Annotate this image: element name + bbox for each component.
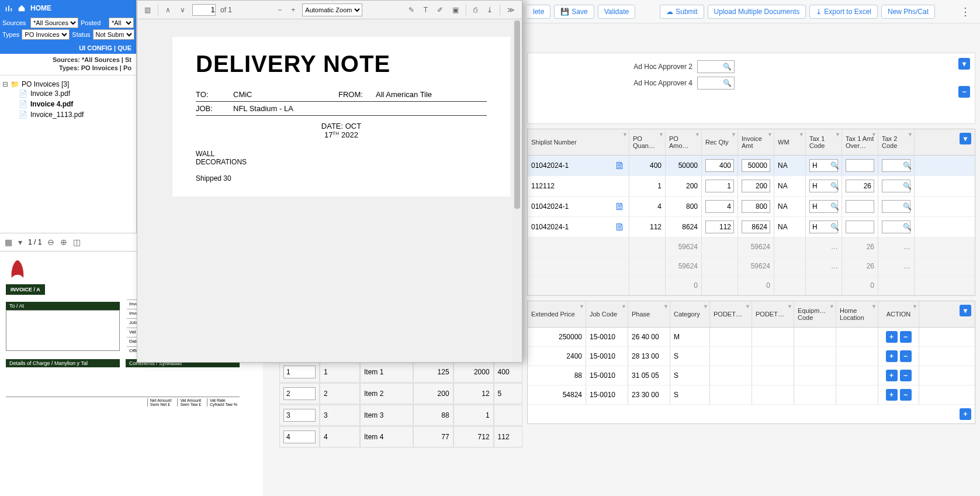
tree-toggle-icon[interactable]: ⊟ <box>2 80 8 88</box>
tree-folder[interactable]: ⊟ 📁 PO Invoices [3] <box>2 80 134 88</box>
submit-button[interactable]: ☁Submit <box>660 5 704 19</box>
add-row-icon[interactable]: + <box>886 370 898 381</box>
filter-icon[interactable]: ▼ <box>579 304 584 309</box>
recqty-input[interactable] <box>705 180 734 192</box>
add-row-icon[interactable]: + <box>886 331 898 343</box>
grid2-row[interactable]: 8815-001031 05 05S+− <box>528 366 975 385</box>
grid2-row-left[interactable]: 2Item 2200125 <box>279 383 522 405</box>
filter-icon[interactable]: ▼ <box>745 304 750 309</box>
grid2-row[interactable]: 5482415-001023 30 00S+− <box>528 385 975 405</box>
remove-panel-icon[interactable]: − <box>958 86 970 98</box>
filter-icon[interactable]: ▼ <box>731 132 736 137</box>
filter-icon[interactable]: ▼ <box>835 132 840 137</box>
image-icon[interactable]: ▣ <box>450 5 461 15</box>
filter-icon[interactable]: ▼ <box>695 132 700 137</box>
filter-icon[interactable]: ▼ <box>908 132 913 137</box>
delete-button[interactable]: lete <box>527 5 550 19</box>
sidebar-toggle-icon[interactable]: ▥ <box>142 5 153 15</box>
search-icon[interactable]: 🔍 <box>830 161 839 170</box>
zoom-in-icon[interactable]: ⊕ <box>60 237 67 247</box>
zoom-in-icon[interactable]: + <box>289 5 297 15</box>
print-icon[interactable]: ⎙ <box>471 5 480 15</box>
filter-icon[interactable]: ▼ <box>871 132 877 137</box>
search-icon[interactable]: 🔍 <box>830 223 839 231</box>
filter-icon[interactable]: ▼ <box>622 132 628 137</box>
recqty-input[interactable] <box>705 159 734 172</box>
line-index-input[interactable] <box>283 430 316 443</box>
page-up-icon[interactable]: ∧ <box>163 5 173 15</box>
grid2-row[interactable]: 240015-001028 13 00S+− <box>528 347 975 366</box>
recqty-input[interactable] <box>705 200 734 213</box>
tax1amt-input[interactable] <box>846 221 874 233</box>
tree-file[interactable]: 📄Invoice_1113.pdf <box>2 109 134 120</box>
panel-toggle-icon[interactable]: ◫ <box>73 237 81 247</box>
filter-icon[interactable]: ▼ <box>621 304 626 309</box>
recqty-input[interactable] <box>705 221 734 233</box>
zoom-out-icon[interactable]: ⊖ <box>47 237 54 247</box>
expand-panel-icon[interactable]: ▾ <box>958 58 970 70</box>
document-icon[interactable]: 🗎 <box>615 201 625 213</box>
text-icon[interactable]: T <box>421 5 430 15</box>
expand-grid-icon[interactable]: ▾ <box>960 133 971 144</box>
add-row-icon[interactable]: + <box>886 389 898 401</box>
invamt-input[interactable] <box>742 180 770 192</box>
tree-file[interactable]: 📄Invoice 3.pdf <box>2 88 134 99</box>
add-row-button[interactable]: + <box>960 408 971 420</box>
highlight-icon[interactable]: ✐ <box>435 5 445 15</box>
line-index-input[interactable] <box>283 387 316 400</box>
thumb-grid-icon[interactable]: ▦ <box>5 237 12 247</box>
filter-icon[interactable]: ▼ <box>659 132 664 137</box>
grid1-row[interactable]: 01042024-1🗎40050000NA🔍🔍 <box>528 156 975 176</box>
filter-icon[interactable]: ▼ <box>912 304 917 309</box>
add-row-icon[interactable]: + <box>886 350 898 362</box>
config-bar[interactable]: UI CONFIG | QUE <box>0 42 136 54</box>
sources-select[interactable]: *All Sources <box>30 18 78 28</box>
page-input[interactable] <box>192 4 216 16</box>
download-icon[interactable]: ⤓ <box>484 5 495 15</box>
upload-multiple-button[interactable]: Upload Multiple Documents <box>708 5 806 19</box>
grid1-row[interactable]: 1121121200NA🔍🔍 <box>528 176 975 197</box>
remove-row-icon[interactable]: − <box>900 389 912 401</box>
home-bar[interactable]: HOME <box>0 0 136 16</box>
more-tools-icon[interactable]: ≫ <box>505 5 517 15</box>
filter-icon[interactable]: ▼ <box>663 304 669 309</box>
export-excel-button[interactable]: ⤓Export to Excel <box>809 5 878 19</box>
tree-file[interactable]: 📄Invoice 4.pdf <box>2 99 134 109</box>
filter-icon[interactable]: ▼ <box>871 304 877 309</box>
line-index-input[interactable] <box>283 409 316 422</box>
expand-grid-icon[interactable]: ▾ <box>960 305 971 316</box>
zoom-out-icon[interactable]: − <box>275 5 284 15</box>
line-index-input[interactable] <box>283 366 316 378</box>
search-icon[interactable]: 🔍 <box>903 161 912 170</box>
save-button[interactable]: 💾Save <box>554 5 594 19</box>
filter-icon[interactable]: ▼ <box>703 304 708 309</box>
search-icon[interactable]: 🔍 <box>903 223 912 231</box>
thumb-dropdown-icon[interactable]: ▾ <box>18 237 22 247</box>
search-icon[interactable]: 🔍 <box>830 182 839 190</box>
types-select[interactable]: PO Invoices <box>22 29 70 40</box>
tax1amt-input[interactable] <box>846 200 874 213</box>
tax1amt-input[interactable] <box>846 180 874 192</box>
grid2-row-left[interactable]: 3Item 3881 <box>279 405 522 426</box>
search-icon[interactable]: 🔍 <box>830 202 839 211</box>
document-icon[interactable]: 🗎 <box>615 221 625 233</box>
grid1-row[interactable]: 01042024-1🗎4800NA🔍🔍 <box>528 197 975 217</box>
invamt-input[interactable] <box>742 221 770 233</box>
grid2-row-left[interactable]: 4Item 477712112 <box>279 426 522 448</box>
invamt-input[interactable] <box>742 159 770 172</box>
filter-icon[interactable]: ▼ <box>787 304 792 309</box>
kebab-menu-icon[interactable]: ⋮ <box>955 5 975 18</box>
pdf-scrollbar[interactable] <box>512 19 522 362</box>
tax1amt-input[interactable] <box>846 159 874 172</box>
remove-row-icon[interactable]: − <box>900 350 912 362</box>
approver4-lookup[interactable]: 🔍 <box>697 77 735 89</box>
page-down-icon[interactable]: ∨ <box>178 5 188 15</box>
remove-row-icon[interactable]: − <box>900 370 912 381</box>
invamt-input[interactable] <box>742 200 770 213</box>
filter-icon[interactable]: ▼ <box>767 132 773 137</box>
status-select[interactable]: Not Subm <box>93 29 134 40</box>
search-icon[interactable]: 🔍 <box>903 202 912 211</box>
remove-row-icon[interactable]: − <box>900 331 912 343</box>
filter-icon[interactable]: ▼ <box>829 304 834 309</box>
new-phs-cat-button[interactable]: New Phs/Cat <box>881 5 935 19</box>
